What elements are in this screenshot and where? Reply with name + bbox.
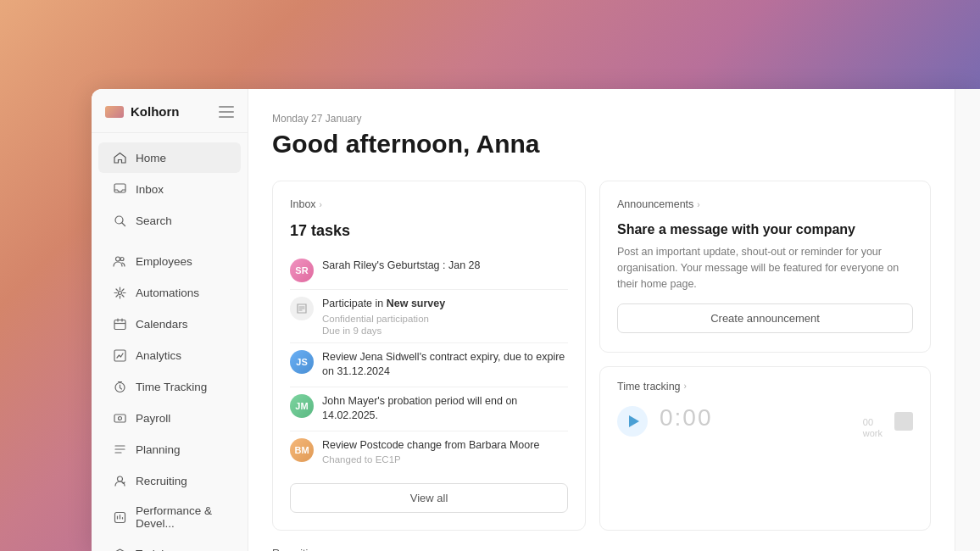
calendars-icon — [112, 316, 127, 331]
time-tracking-card: Time tracking › 0:00 00work — [599, 366, 931, 532]
task-item: JM John Mayer's probation period will en… — [290, 387, 568, 431]
app-window: Kolhorn Home — [92, 89, 980, 551]
recruiting-section-header: Recruiting › — [272, 548, 931, 551]
svg-rect-1 — [219, 111, 234, 113]
avatar: JM — [290, 394, 314, 418]
avatar: JS — [290, 350, 314, 374]
timer-display: 0:00 — [660, 404, 861, 431]
time-tracking-link[interactable]: Time tracking — [617, 381, 681, 392]
sidebar-header: Kolhorn — [92, 89, 248, 133]
timer-row: 0:00 00work — [617, 404, 913, 439]
sidebar-item-automations[interactable]: Automations — [98, 277, 241, 308]
task-content: Participate in New survey Confidential p… — [322, 297, 568, 336]
inbox-icon — [112, 181, 127, 197]
sidebar-item-payroll[interactable]: Payroll — [98, 403, 241, 433]
task-title: Participate in New survey — [322, 297, 568, 312]
task-title: John Mayer's probation period will end o… — [322, 394, 568, 424]
inbox-link[interactable]: Inbox — [290, 198, 316, 210]
announcements-title: Share a message with your company — [617, 222, 913, 237]
sidebar-item-time-tracking[interactable]: Time Tracking — [98, 371, 241, 402]
task-subtitle: Changed to EC1P — [322, 454, 568, 465]
sidebar-item-inbox[interactable]: Inbox — [98, 174, 241, 204]
sidebar-label-employees: Employees — [136, 255, 192, 268]
inbox-chevron: › — [320, 200, 322, 209]
svg-rect-8 — [114, 320, 125, 329]
svg-point-6 — [120, 257, 124, 260]
sidebar-label-planning: Planning — [136, 443, 181, 456]
main-content: Monday 27 January Good afternoon, Anna I… — [248, 89, 955, 551]
sidebar-toggle-button[interactable] — [219, 106, 234, 118]
task-item: Participate in New survey Confidential p… — [290, 290, 568, 343]
svg-point-12 — [118, 416, 121, 420]
announcements-chevron: › — [697, 200, 699, 209]
sidebar-item-performance[interactable]: Performance & Devel... — [98, 497, 241, 537]
sidebar-label-automations: Automations — [136, 287, 199, 299]
greeting: Good afternoon, Anna — [272, 130, 931, 159]
task-title: Review Jena Sidwell's contract expiry, d… — [322, 350, 568, 380]
app-name: Kolhorn — [131, 104, 180, 119]
task-due: Due in 9 days — [322, 326, 568, 336]
svg-rect-2 — [219, 116, 234, 118]
sidebar-nav: Home Inbox Search — [92, 133, 248, 551]
cards-row: Inbox › 17 tasks SR Sarah Riley's Geburt… — [272, 181, 931, 531]
search-icon — [112, 213, 127, 228]
sidebar-item-calendars[interactable]: Calendars — [98, 309, 241, 339]
sidebar-label-performance: Performance & Devel... — [136, 504, 227, 530]
training-icon — [112, 546, 127, 551]
sidebar-label-training: Training — [136, 548, 176, 552]
timetracking-icon — [112, 379, 127, 394]
home-icon — [112, 150, 127, 165]
sidebar-item-home[interactable]: Home — [98, 142, 241, 173]
task-content: Review Postcode change from Barbara Moor… — [322, 438, 568, 465]
announcements-description: Post an important update, shout-out or r… — [617, 244, 913, 292]
employees-icon — [112, 253, 127, 269]
sidebar-item-training[interactable]: Training — [98, 538, 241, 551]
task-item: SR Sarah Riley's Geburtstag : Jan 28 — [290, 252, 568, 290]
avatar: SR — [290, 259, 314, 282]
announcements-card-header: Announcements › — [617, 198, 913, 210]
sidebar-item-planning[interactable]: Planning — [98, 434, 241, 465]
sidebar-item-analytics[interactable]: Analytics — [98, 340, 241, 370]
time-tracking-card-header: Time tracking › — [617, 381, 913, 392]
sidebar-label-search: Search — [136, 214, 172, 227]
announcements-card: Announcements › Share a message with you… — [599, 181, 931, 353]
sidebar-label-home: Home — [136, 152, 166, 164]
avatar — [290, 297, 314, 320]
task-content: Review Jena Sidwell's contract expiry, d… — [322, 350, 568, 380]
right-column: Announcements › Share a message with you… — [599, 181, 931, 531]
task-item: BM Review Postcode change from Barbara M… — [290, 431, 568, 472]
announcements-link[interactable]: Announcements — [617, 198, 693, 210]
recruiting-link[interactable]: Recruiting — [272, 548, 320, 551]
logo-mark — [105, 106, 124, 118]
play-button[interactable] — [617, 406, 648, 437]
payroll-icon — [112, 410, 127, 426]
sidebar-label-inbox: Inbox — [136, 183, 164, 196]
sidebar-label-time-tracking: Time Tracking — [136, 381, 207, 393]
stop-button[interactable] — [894, 412, 913, 431]
inbox-card: Inbox › 17 tasks SR Sarah Riley's Geburt… — [272, 181, 586, 531]
svg-rect-11 — [114, 415, 125, 422]
task-title: Review Postcode change from Barbara Moor… — [322, 438, 568, 454]
task-content: Sarah Riley's Geburtstag : Jan 28 — [322, 259, 568, 274]
performance-icon — [112, 509, 127, 525]
svg-point-5 — [116, 257, 120, 261]
sidebar-label-analytics: Analytics — [136, 349, 181, 362]
view-all-button[interactable]: View all — [290, 483, 568, 513]
svg-point-13 — [117, 476, 122, 481]
sidebar-item-search[interactable]: Search — [98, 205, 241, 236]
create-announcement-button[interactable]: Create announcement — [617, 303, 913, 333]
date-label: Monday 27 January — [272, 113, 931, 125]
analytics-icon — [112, 348, 127, 363]
inbox-card-header: Inbox › — [290, 198, 568, 210]
time-tracking-chevron: › — [684, 381, 687, 391]
sidebar-item-recruiting[interactable]: Recruiting — [98, 465, 241, 496]
sidebar-item-employees[interactable]: Employees — [98, 246, 241, 276]
sidebar: Kolhorn Home — [92, 89, 248, 551]
task-title: Sarah Riley's Geburtstag : Jan 28 — [322, 259, 568, 274]
automations-icon — [112, 285, 127, 300]
task-item: JS Review Jena Sidwell's contract expiry… — [290, 343, 568, 387]
recruiting-icon — [112, 473, 127, 488]
planning-icon — [112, 442, 127, 457]
sidebar-label-calendars: Calendars — [136, 318, 188, 331]
task-content: John Mayer's probation period will end o… — [322, 394, 568, 424]
